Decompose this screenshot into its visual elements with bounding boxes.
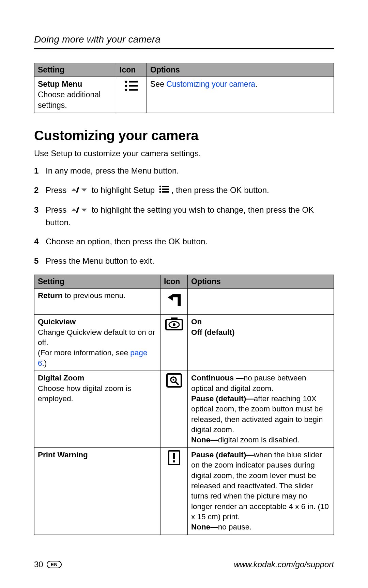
step-number: 2 bbox=[34, 184, 46, 196]
th-setting: Setting bbox=[34, 275, 160, 288]
step-text: Press the Menu button to exit. bbox=[46, 255, 334, 267]
td-options: See Customizing your camera. bbox=[147, 77, 334, 113]
setup-menu-icon bbox=[123, 79, 140, 95]
td-options: On Off (default) bbox=[188, 315, 334, 371]
step-number: 5 bbox=[34, 255, 46, 267]
svg-point-13 bbox=[159, 191, 161, 193]
th-options: Options bbox=[147, 63, 334, 77]
setting-desc: Change Quickview default to on or off. bbox=[38, 328, 155, 347]
svg-rect-20 bbox=[171, 317, 178, 320]
td-options bbox=[188, 288, 334, 314]
table-row: Setup Menu Choose additional settings. S… bbox=[34, 77, 334, 113]
setting-desc: Choose additional settings. bbox=[38, 90, 101, 110]
th-options: Options bbox=[188, 275, 334, 288]
section-intro: Use Setup to customize your camera setti… bbox=[34, 149, 334, 158]
svg-rect-14 bbox=[162, 191, 169, 193]
setting-title: Return bbox=[38, 291, 63, 300]
td-setting: Quickview Change Quickview default to on… bbox=[34, 315, 160, 371]
svg-point-11 bbox=[159, 188, 161, 190]
list-item: 4 Choose an option, then press the OK bu… bbox=[34, 236, 334, 248]
list-item: 1 In any mode, press the Menu button. bbox=[34, 165, 334, 177]
svg-rect-29 bbox=[173, 460, 175, 462]
footer-url: www.kodak.com/go/support bbox=[234, 560, 334, 569]
td-icon bbox=[160, 371, 188, 448]
setup-menu-icon bbox=[158, 185, 170, 197]
th-setting: Setting bbox=[34, 63, 116, 77]
setting-desc: Choose how digital zoom is employed. bbox=[38, 384, 131, 403]
language-badge: EN bbox=[47, 561, 62, 568]
step-text: Choose an option, then press the OK butt… bbox=[46, 236, 334, 248]
step-text: In any mode, press the Menu button. bbox=[46, 165, 334, 177]
steps-list: 1 In any mode, press the Menu button. 2 … bbox=[34, 165, 334, 267]
page-root: Doing more with your camera Setting Icon… bbox=[0, 0, 368, 588]
td-icon bbox=[116, 77, 147, 113]
setting-title: Quickview bbox=[38, 317, 76, 326]
svg-rect-28 bbox=[173, 453, 175, 459]
svg-rect-1 bbox=[129, 81, 138, 83]
page-number: 30 bbox=[34, 560, 43, 569]
step-number: 3 bbox=[34, 204, 46, 216]
svg-point-25 bbox=[172, 379, 174, 381]
svg-point-0 bbox=[125, 81, 127, 83]
svg-point-2 bbox=[125, 85, 127, 87]
list-item: 3 Press to highlight the setting you wis… bbox=[34, 204, 334, 228]
svg-marker-8 bbox=[81, 189, 87, 192]
svg-marker-15 bbox=[71, 208, 77, 211]
td-icon bbox=[160, 447, 188, 535]
quickview-icon bbox=[165, 317, 183, 333]
th-icon: Icon bbox=[160, 275, 188, 288]
step-text: Press to highlight the setting you wish … bbox=[46, 204, 334, 228]
th-icon: Icon bbox=[116, 63, 147, 77]
step-number: 1 bbox=[34, 165, 46, 177]
table-row: Digital Zoom Choose how digital zoom is … bbox=[34, 371, 334, 448]
svg-rect-10 bbox=[162, 186, 169, 187]
print-warning-icon bbox=[168, 450, 181, 468]
table-row: Quickview Change Quickview default to on… bbox=[34, 315, 334, 371]
step-text: Press to highlight Setup , then bbox=[46, 184, 334, 197]
up-down-nav-icon bbox=[70, 185, 88, 197]
td-setting: Digital Zoom Choose how digital zoom is … bbox=[34, 371, 160, 448]
option-on: On bbox=[191, 317, 202, 326]
td-setting: Setup Menu Choose additional settings. bbox=[34, 77, 116, 113]
footer-left: 30 EN bbox=[34, 560, 62, 569]
td-icon bbox=[160, 315, 188, 371]
list-item: 2 Press to highlight Setup bbox=[34, 184, 334, 197]
return-arrow-icon bbox=[166, 293, 182, 310]
list-item: 5 Press the Menu button to exit. bbox=[34, 255, 334, 267]
svg-marker-17 bbox=[81, 209, 87, 212]
td-setting: Print Warning bbox=[34, 447, 160, 535]
svg-rect-7 bbox=[76, 187, 79, 193]
options-prefix: See bbox=[150, 80, 166, 88]
td-options: Continuous —no pause between optical and… bbox=[188, 371, 334, 448]
svg-point-4 bbox=[125, 89, 127, 91]
svg-rect-12 bbox=[162, 189, 169, 190]
td-options: Pause (default)—when the blue slider on … bbox=[188, 447, 334, 535]
page-footer: 30 EN www.kodak.com/go/support bbox=[34, 560, 334, 569]
step-number: 4 bbox=[34, 236, 46, 248]
settings-table-2: Setting Icon Options Return to previous … bbox=[34, 275, 334, 535]
svg-point-9 bbox=[159, 185, 161, 187]
setting-rest: to previous menu. bbox=[63, 291, 126, 300]
svg-point-22 bbox=[173, 323, 175, 326]
header-rule bbox=[34, 48, 334, 49]
setting-title: Print Warning bbox=[38, 451, 88, 459]
section-heading: Customizing your camera bbox=[34, 128, 334, 143]
header-title: Doing more with your camera bbox=[34, 34, 334, 45]
svg-line-26 bbox=[175, 382, 179, 385]
digital-zoom-icon bbox=[166, 373, 182, 391]
table-row: Print Warning Pause (default)—when the b… bbox=[34, 447, 334, 535]
setting-title: Digital Zoom bbox=[38, 374, 84, 382]
setting-desc: (For more information, see page 6.) bbox=[38, 348, 147, 367]
settings-table-1: Setting Icon Options Setup Menu Choose a… bbox=[34, 63, 334, 113]
svg-rect-23 bbox=[167, 374, 181, 387]
options-link[interactable]: Customizing your camera bbox=[166, 80, 255, 88]
svg-rect-16 bbox=[76, 207, 79, 213]
options-suffix: . bbox=[255, 80, 257, 88]
svg-marker-18 bbox=[168, 294, 173, 301]
td-setting: Return to previous menu. bbox=[34, 288, 160, 314]
svg-marker-6 bbox=[71, 188, 77, 191]
svg-rect-5 bbox=[129, 89, 138, 91]
option-off-default: Off (default) bbox=[191, 328, 234, 337]
running-header: Doing more with your camera bbox=[34, 34, 334, 49]
table-row: Return to previous menu. bbox=[34, 288, 334, 314]
